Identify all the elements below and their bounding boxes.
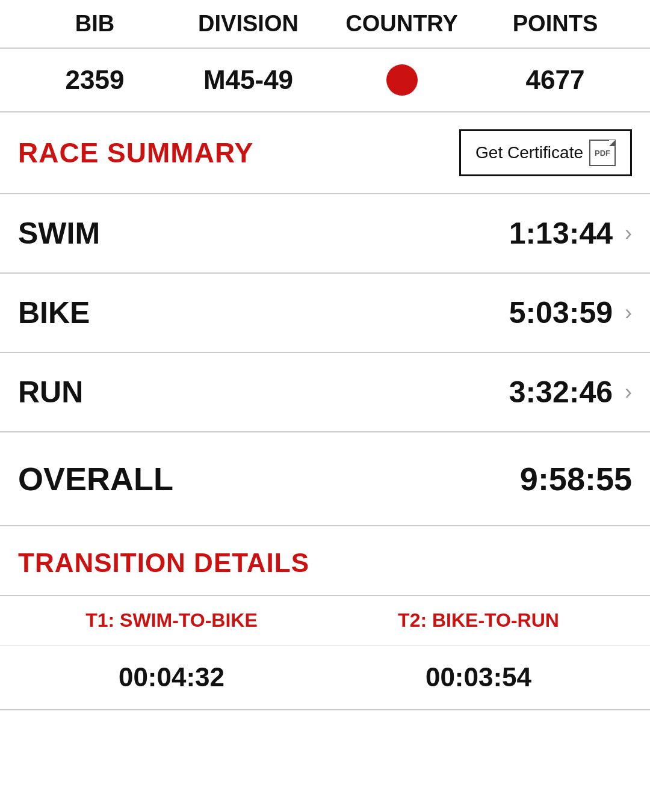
points-header: POINTS — [478, 11, 632, 37]
t1-time: 00:04:32 — [18, 662, 325, 692]
swim-chevron-icon: › — [625, 221, 632, 246]
run-time: 3:32:46 — [509, 375, 613, 410]
points-value: 4677 — [478, 65, 632, 95]
swim-label: SWIM — [18, 216, 100, 251]
t1-label: T1: SWIM-TO-BIKE — [18, 609, 325, 632]
bike-time: 5:03:59 — [509, 295, 613, 330]
table-header-row: BIB DIVISION COUNTRY POINTS — [0, 0, 650, 49]
transition-details-header: TRANSITION DETAILS — [0, 526, 650, 595]
division-header: DIVISION — [172, 11, 325, 37]
transition-title: TRANSITION DETAILS — [18, 548, 309, 577]
race-summary-header: RACE SUMMARY Get Certificate PDF — [0, 112, 650, 193]
overall-time: 9:58:55 — [520, 460, 632, 497]
pdf-text: PDF — [595, 149, 610, 158]
certificate-btn-label: Get Certificate — [475, 143, 583, 162]
run-right: 3:32:46 › — [509, 375, 632, 410]
swim-time: 1:13:44 — [509, 216, 613, 251]
race-summary-title: RACE SUMMARY — [18, 137, 253, 169]
run-label: RUN — [18, 375, 83, 410]
run-chevron-icon: › — [625, 380, 632, 405]
bike-label: BIKE — [18, 295, 90, 330]
t2-label: T2: BIKE-TO-RUN — [325, 609, 632, 632]
overall-row: OVERALL 9:58:55 — [0, 432, 650, 526]
swim-row[interactable]: SWIM 1:13:44 › — [0, 194, 650, 274]
bib-header: BIB — [18, 11, 172, 37]
swim-right: 1:13:44 › — [509, 216, 632, 251]
bike-right: 5:03:59 › — [509, 295, 632, 330]
bib-value: 2359 — [18, 65, 172, 95]
page-wrapper: BIB DIVISION COUNTRY POINTS 2359 M45-49 … — [0, 0, 650, 710]
overall-label: OVERALL — [18, 460, 173, 497]
get-certificate-button[interactable]: Get Certificate PDF — [459, 129, 632, 176]
transition-labels-row: T1: SWIM-TO-BIKE T2: BIKE-TO-RUN — [0, 595, 650, 645]
country-flag-cell — [325, 64, 478, 96]
bike-chevron-icon: › — [625, 300, 632, 325]
t2-time: 00:03:54 — [325, 662, 632, 692]
country-flag-circle — [386, 64, 418, 96]
athlete-data-row: 2359 M45-49 4677 — [0, 49, 650, 112]
division-value: M45-49 — [172, 65, 325, 95]
transition-values-row: 00:04:32 00:03:54 — [0, 645, 650, 710]
run-row[interactable]: RUN 3:32:46 › — [0, 353, 650, 432]
bike-row[interactable]: BIKE 5:03:59 › — [0, 274, 650, 353]
country-header: COUNTRY — [325, 11, 478, 37]
pdf-icon: PDF — [589, 140, 616, 166]
